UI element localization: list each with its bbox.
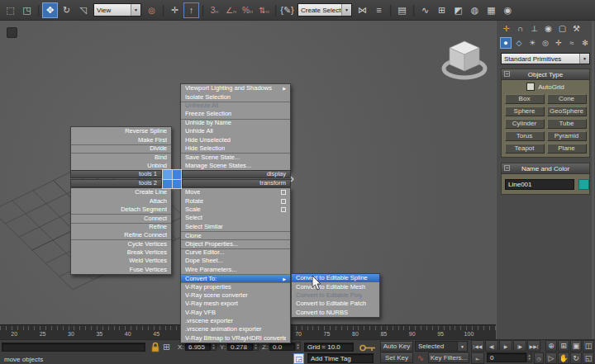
object-type-button[interactable]: Torus (505, 131, 545, 141)
menu-item[interactable]: Unhide All ▶ (181, 127, 290, 135)
menu-item[interactable]: Select Similar ▶ (181, 223, 290, 231)
object-type-button[interactable]: Cylinder (505, 119, 545, 129)
object-type-button[interactable]: Tube (547, 119, 587, 129)
render-icon[interactable]: ◉ (500, 2, 516, 18)
object-name-input[interactable]: Line001 (505, 179, 574, 190)
zoom-icon[interactable]: ⊕ (545, 340, 557, 352)
menu-item[interactable]: Move ▶ (181, 188, 290, 196)
x-coordinate-field[interactable]: 6.955 (185, 343, 211, 351)
toolbar-separator[interactable]: | (273, 2, 278, 18)
render-setup-icon[interactable]: ◍ (467, 2, 483, 18)
object-type-button[interactable]: Sphere (505, 106, 545, 116)
schematic-view-icon[interactable]: ⊞ (434, 2, 450, 18)
menu-item[interactable]: Reverse Spline ▶ (71, 127, 171, 135)
name-color-rollout-header[interactable]: − Name and Color (502, 163, 589, 174)
menu-item[interactable]: Save Scene State... ▶ (181, 153, 290, 161)
quad-expand-icon[interactable]: › (290, 168, 294, 188)
spinner-snap-icon[interactable]: ⇅ₙ (256, 2, 272, 18)
menu-item[interactable]: Convert to Editable Mesh ▶ (292, 282, 379, 291)
dropdown-arrow-icon[interactable]: ▼ (131, 4, 140, 16)
time-configuration-icon[interactable]: ◷ (534, 352, 544, 364)
menu-item[interactable]: Convert to Editable Poly ▶ (292, 291, 379, 300)
use-pivot-center-icon[interactable]: ◎ (144, 2, 159, 18)
menu-item[interactable]: Detach Segment ▶ (71, 206, 171, 214)
menu-item[interactable]: V-Ray properties ▶ (181, 282, 290, 291)
category-helpers-icon[interactable]: ✛ (553, 37, 564, 49)
select-manipulate-icon[interactable]: ✛ (167, 2, 183, 18)
pan-hand-icon[interactable]: ✋ (558, 352, 569, 364)
selection-region-icon[interactable]: ⬚ (2, 2, 18, 18)
menu-item[interactable]: Scale ▶ (181, 206, 290, 214)
play-icon[interactable]: ▶ (499, 340, 512, 352)
reference-coordinate-dropdown[interactable]: View ▼ (93, 3, 141, 17)
viewcube-icon[interactable] (438, 35, 491, 86)
tab-hierarchy-icon[interactable]: ⊥ (528, 22, 540, 34)
maximize-viewport-icon[interactable]: ◱ (583, 352, 594, 364)
tab-motion-icon[interactable]: ◉ (542, 22, 555, 34)
toolbar-separator[interactable]: | (160, 2, 166, 18)
frame-spinner[interactable]: ▲▼ (526, 352, 532, 362)
z-spinner[interactable]: ▲▼ (295, 342, 301, 351)
go-to-end-icon[interactable]: ▶▶| (527, 340, 540, 352)
zoom-extents-all-icon[interactable]: ◫ (583, 340, 594, 352)
angle-snap-icon[interactable]: ∠ₙ (223, 2, 239, 18)
menu-item[interactable]: Convert To: ▶ (181, 274, 290, 282)
menu-item[interactable]: Isolate Selection ▶ (181, 92, 290, 101)
select-move-icon[interactable]: ✥ (42, 2, 58, 18)
current-frame-field[interactable]: 0 (487, 352, 526, 362)
menu-item[interactable]: Object Properties... ▶ (181, 239, 290, 248)
zoom-extents-icon[interactable]: ▣ (570, 340, 582, 352)
menu-item[interactable]: Manage Scene States... ▶ (181, 162, 290, 170)
object-type-button[interactable]: Pyramid (547, 131, 587, 141)
menu-item[interactable]: V-Ray mesh export ▶ (181, 300, 290, 308)
menu-item[interactable]: Refine ▶ (71, 223, 171, 231)
menu-item[interactable]: Bind ▶ (71, 153, 171, 161)
object-type-button[interactable]: Plane (547, 144, 587, 154)
object-type-button[interactable]: Teapot (505, 144, 545, 154)
checkbox-icon[interactable] (526, 83, 535, 91)
mirror-icon[interactable]: ⋈ (355, 2, 370, 18)
toolbar-separator[interactable]: | (36, 2, 41, 18)
object-type-button[interactable]: GeoSphere (547, 106, 587, 116)
z-coordinate-field[interactable]: 0.0 (269, 343, 295, 351)
tab-display-icon[interactable]: ▢ (556, 22, 569, 34)
autogrid-checkbox[interactable]: AutoGrid (502, 80, 589, 92)
menu-item[interactable]: Unbind ▶ (71, 162, 171, 170)
category-shapes-icon[interactable]: ◇ (513, 37, 525, 49)
align-icon[interactable]: ≡ (371, 2, 387, 18)
settings-box-icon[interactable] (281, 199, 286, 204)
menu-item[interactable]: Rotate ▶ (181, 196, 290, 205)
menu-item[interactable]: Unfreeze All ▶ (181, 102, 290, 110)
previous-frame-icon[interactable]: ◀| (485, 340, 498, 352)
add-time-tag-field[interactable]: Add Time Tag (307, 353, 374, 363)
menu-item[interactable]: Dope Sheet... ▶ (181, 257, 290, 265)
menu-item[interactable]: Make First ▶ (71, 135, 171, 144)
collapse-icon[interactable]: − (504, 71, 510, 77)
next-frame-icon[interactable]: |▶ (513, 340, 526, 352)
category-systems-icon[interactable]: ✻ (579, 37, 591, 49)
category-lights-icon[interactable]: ☀ (526, 37, 538, 49)
toolbar-separator[interactable]: | (388, 2, 393, 18)
menu-item[interactable]: .vrscene exporter ▶ (181, 317, 290, 325)
object-type-rollout-header[interactable]: − Object Type (502, 69, 589, 80)
selection-lock-icon[interactable] (150, 342, 160, 352)
menu-item[interactable]: Convert to Editable Patch ▶ (292, 300, 379, 308)
menu-item[interactable]: Attach ▶ (71, 196, 171, 205)
key-filters-button[interactable]: Key Filters... (428, 352, 469, 363)
menu-item[interactable]: Hide Selection ▶ (181, 144, 290, 153)
field-of-view-icon[interactable]: ▷ (545, 352, 557, 364)
menu-item[interactable]: Create Line ▶ (71, 188, 171, 196)
key-mode-icon[interactable] (359, 344, 377, 352)
auto-key-button[interactable]: Auto Key (380, 341, 413, 352)
menu-item[interactable]: Fuse Vertices ▶ (71, 266, 171, 274)
dropdown-arrow-icon[interactable]: ▼ (579, 54, 589, 64)
material-editor-icon[interactable]: ◩ (450, 2, 466, 18)
menu-item[interactable]: V-Ray Bitmap to VRayHDRI converter ▶ (181, 334, 290, 343)
key-mode-toggle-icon[interactable]: ⇤ (471, 352, 484, 364)
settings-box-icon[interactable] (281, 190, 286, 195)
menu-item[interactable]: V-Ray VFB ▶ (181, 308, 290, 316)
menu-item[interactable]: Unhide by Name ▶ (181, 119, 290, 127)
default-tangent-icon[interactable]: ∿ (415, 352, 426, 363)
layer-manager-icon[interactable]: ▤ (394, 2, 410, 18)
menu-item[interactable]: Cycle Vertices ▶ (71, 239, 171, 248)
